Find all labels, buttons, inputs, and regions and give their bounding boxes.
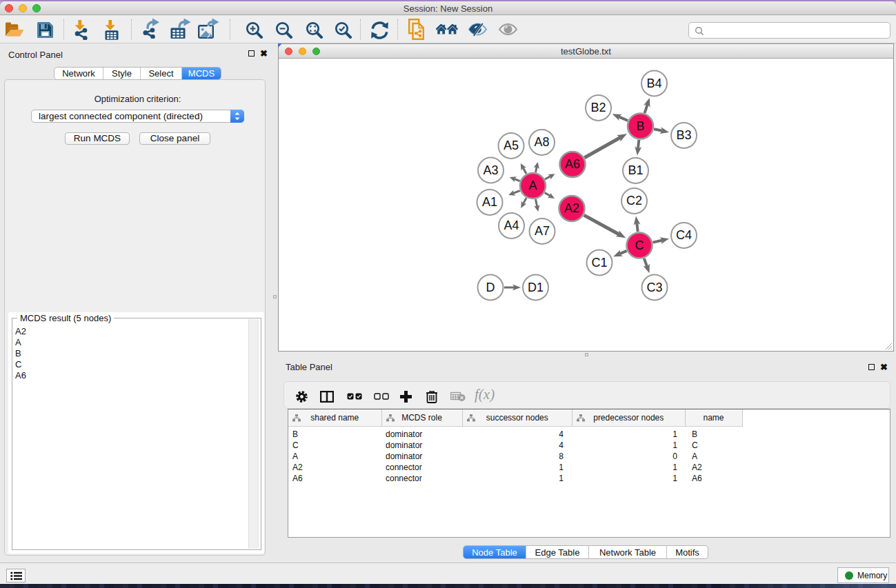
svg-text:D1: D1 <box>528 281 544 294</box>
svg-text:A: A <box>528 179 537 192</box>
svg-text:A3: A3 <box>483 163 498 177</box>
svg-text:B4: B4 <box>646 77 661 90</box>
svg-text:C1: C1 <box>591 256 607 270</box>
svg-text:A2: A2 <box>564 201 579 215</box>
svg-text:A1: A1 <box>482 195 497 209</box>
svg-text:D: D <box>486 281 495 294</box>
svg-text:C3: C3 <box>646 281 662 294</box>
svg-text:B2: B2 <box>590 101 606 114</box>
svg-text:A5: A5 <box>504 139 519 152</box>
svg-text:C4: C4 <box>676 228 692 242</box>
svg-text:B3: B3 <box>676 128 691 142</box>
svg-text:A7: A7 <box>535 224 550 238</box>
svg-text:C2: C2 <box>626 194 642 207</box>
svg-text:A8: A8 <box>534 135 549 149</box>
svg-text:A4: A4 <box>504 219 519 232</box>
svg-text:B: B <box>636 119 644 133</box>
svg-text:A6: A6 <box>565 157 580 171</box>
svg-text:B1: B1 <box>628 163 643 177</box>
svg-text:C: C <box>635 239 644 252</box>
